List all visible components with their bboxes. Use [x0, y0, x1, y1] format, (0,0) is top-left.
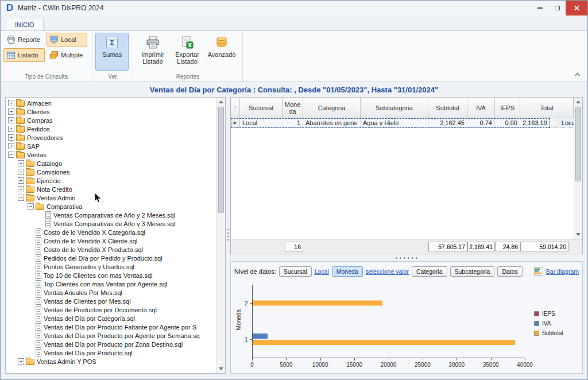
x-tick-mark: [423, 358, 423, 360]
level-sucursal[interactable]: Sucursal: [279, 266, 312, 277]
tree-item-folder[interactable]: +Nota Credito: [7, 185, 216, 193]
level-datos[interactable]: Datos: [497, 266, 522, 277]
column-header-iva[interactable]: IVA: [467, 98, 495, 118]
expand-icon[interactable]: +: [18, 160, 24, 166]
close-button[interactable]: [566, 1, 587, 15]
tab-inicio[interactable]: INICIO: [6, 18, 44, 30]
tree-item-folder[interactable]: +Catalogo: [7, 159, 216, 168]
scroll-up-icon: [219, 100, 223, 103]
tree-item-folder[interactable]: +Almacen: [7, 99, 216, 107]
folder-icon: [26, 178, 34, 184]
tree-item-folder[interactable]: −Comparativa: [7, 202, 216, 211]
expand-icon[interactable]: +: [8, 134, 14, 141]
tree-item-file[interactable]: Ventas de Clientes por Mes.sql: [7, 297, 216, 305]
level-bar-label: Nivel de datos:: [234, 268, 276, 275]
chart-panel: Nivel de datos: SucursalLocalMonedaselec…: [230, 261, 583, 374]
imprimir-listado-button[interactable]: Imprimir Listado: [136, 33, 169, 71]
multiple-button[interactable]: Multiple: [47, 48, 87, 62]
expand-icon[interactable]: +: [18, 169, 24, 175]
bar-diagram-link[interactable]: Bar diagram: [546, 268, 579, 275]
column-header-sucursal[interactable]: Sucursal: [240, 98, 283, 118]
collapse-icon[interactable]: −: [8, 152, 14, 158]
tree-item-file[interactable]: Top Clientes con mas Ventas por Agente.s…: [7, 280, 216, 288]
tree-item-folder[interactable]: −Ventas: [7, 150, 216, 159]
grid-scrollbar[interactable]: [574, 98, 582, 239]
tree-item-folder[interactable]: +Proveedores: [7, 133, 216, 142]
tree-item-file[interactable]: Ventas del Día por Producto.sql: [7, 348, 216, 357]
tree-item-folder[interactable]: +Ejercicio: [7, 176, 216, 185]
tree-item-folder[interactable]: +Clientes: [7, 107, 216, 116]
exportar-listado-button[interactable]: X Exportar Listado: [171, 33, 204, 71]
tree-item-file[interactable]: Ventas Comparativas de Año y 3 Meses.sql: [7, 219, 216, 228]
tree-item-file[interactable]: Puntos Generados y Usados.sql: [7, 262, 216, 271]
collapse-ribbon-button[interactable]: [575, 72, 581, 77]
minimize-button[interactable]: [531, 1, 548, 15]
tree-item-file[interactable]: Ventas de Productos por Documento.sql: [7, 305, 216, 314]
tree-item-label: Almacen: [27, 100, 52, 107]
tree-item-file[interactable]: Ventas Comparativas de Año y 2 Meses.sql: [7, 211, 216, 219]
expand-icon[interactable]: +: [8, 108, 14, 115]
tree-item-file[interactable]: Top 10 de Clientes con mas Ventas.sql: [7, 271, 216, 280]
reporte-button[interactable]: Reporte: [3, 33, 45, 46]
column-header-total[interactable]: Total: [520, 98, 574, 118]
table-row[interactable]: ▶Local1Abarrotes en geneAgua y Hielo2,16…: [231, 118, 550, 128]
sql-file-icon: [36, 246, 41, 253]
collapse-icon[interactable]: −: [28, 203, 34, 210]
svg-text:Σ: Σ: [110, 39, 114, 46]
vertical-splitter[interactable]: [226, 97, 230, 374]
level-moneda[interactable]: Moneda: [332, 266, 363, 277]
maximize-button[interactable]: [548, 1, 566, 15]
expand-icon[interactable]: +: [18, 358, 24, 365]
tree-scrollbar-thumb[interactable]: [218, 107, 224, 213]
expand-icon[interactable]: +: [8, 100, 14, 106]
tree-item-file[interactable]: Costo de lo Vendido X Categoria.sql: [7, 228, 216, 236]
level-items: SucursalLocalMonedaseleccione valorCateg…: [279, 266, 523, 277]
tree-item-file[interactable]: Ventas del Día por Producto Faltante por…: [7, 323, 216, 331]
tree-item-folder[interactable]: −Ventas Admin: [7, 193, 216, 202]
expand-icon[interactable]: +: [8, 117, 14, 123]
tree-item-file[interactable]: Ventas del Día por Producto por Agente p…: [7, 331, 216, 340]
column-header-moneda[interactable]: Moneda: [283, 98, 303, 118]
level-categoria[interactable]: Categoria: [412, 266, 447, 277]
tree-scrollbar[interactable]: [216, 98, 225, 373]
tree-item-file[interactable]: Ventas del Día por Categoría.sql: [7, 314, 216, 323]
level-seleccione-valor[interactable]: seleccione valor: [366, 268, 409, 275]
horizontal-splitter[interactable]: [230, 254, 583, 261]
chart-band: 2: [253, 285, 525, 321]
column-header-ieps[interactable]: IEPS: [495, 98, 520, 118]
tree-item-file[interactable]: Costo de lo Vendido X Cliente.sql: [7, 236, 216, 245]
tree-item-file[interactable]: Ventas Anuales Por Mes.sql: [7, 288, 216, 297]
collapse-icon[interactable]: −: [18, 195, 24, 201]
listado-button[interactable]: Listado: [3, 48, 45, 62]
tree-item-file[interactable]: Costo de lo Vendido X Producto.sql: [7, 245, 216, 254]
tree-item-folder[interactable]: +Pedidos: [7, 125, 216, 133]
expand-icon[interactable]: +: [18, 177, 24, 184]
level-local[interactable]: Local: [315, 268, 329, 275]
x-tick-mark: [525, 358, 525, 360]
level-subcategoria[interactable]: Subcategoria: [450, 266, 495, 277]
tree-item-folder[interactable]: +Comisiones: [7, 168, 216, 176]
tree-spacer: [28, 298, 34, 304]
tree-item-folder[interactable]: +SAP: [7, 142, 216, 150]
tree-item-file[interactable]: Ventas del Día por Producto por Zona Des…: [7, 340, 216, 348]
sumas-button[interactable]: Σ Sumas: [95, 33, 129, 71]
column-header-subcategoria[interactable]: Subcategoria: [361, 98, 428, 118]
bar-subtotal: [253, 300, 382, 305]
legend-swatch-iva: [534, 321, 539, 326]
table-row[interactable]: Local1Abarrotes en geneArtículos de limp…: [550, 118, 574, 128]
column-header-categoria[interactable]: Categoria: [303, 98, 361, 118]
column-header-subtotal[interactable]: Subtotal: [428, 98, 467, 118]
grid-cell: Abarrotes en gene: [303, 118, 361, 127]
tree-item-label: SAP: [27, 143, 40, 150]
tree-item-folder[interactable]: +Compras: [7, 116, 216, 125]
expand-icon[interactable]: +: [8, 126, 14, 132]
tree-item-folder[interactable]: +Ventas Admin Y POS: [7, 357, 216, 366]
avanzado-button[interactable]: Avanzado: [205, 33, 238, 71]
expand-icon[interactable]: +: [8, 143, 14, 149]
local-button[interactable]: Local: [47, 33, 87, 46]
x-tick-mark: [252, 358, 253, 360]
tree-item-file[interactable]: Pedidos del Día por Pedido y Producto.sq…: [7, 254, 216, 262]
listado-label: Listado: [18, 52, 38, 59]
expand-icon[interactable]: +: [18, 186, 24, 192]
grid-scrollbar-thumb[interactable]: [575, 107, 581, 181]
